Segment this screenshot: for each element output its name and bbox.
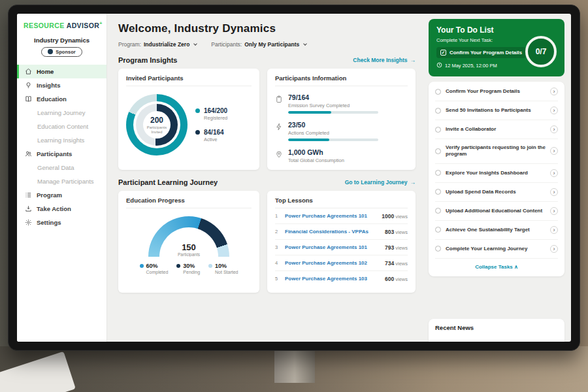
legend-value: 10%: [215, 263, 238, 269]
lesson-row[interactable]: 1 Power Purchase Agreements 101 1000 vie…: [275, 208, 408, 224]
sponsor-icon: [48, 49, 53, 54]
sidebar-item-take-action[interactable]: Take Action: [17, 202, 106, 216]
task-item[interactable]: Explore Your Insights Dashboard ›: [435, 164, 558, 183]
legend-value: 60%: [146, 263, 169, 269]
lesson-row[interactable]: 3 Power Purchase Agreements 101 793 view…: [275, 240, 408, 255]
bulb-icon: [25, 82, 32, 89]
screen: RESOURCE ADVISOR+ Industry Dynamics Spon…: [17, 14, 571, 342]
sidebar-item-label: Manage Participants: [37, 178, 94, 185]
sidebar-item-manage-participants[interactable]: Manage Participants: [17, 174, 106, 188]
task-label: Achieve One Sustainability Target: [446, 227, 546, 233]
chevron-right-icon[interactable]: ›: [550, 147, 558, 155]
lesson-rank: 4: [275, 260, 280, 266]
sidebar-item-label: Participants: [37, 150, 72, 157]
sidebar-item-learning-insights[interactable]: Learning Insights: [17, 133, 106, 147]
chevron-right-icon[interactable]: ›: [550, 207, 558, 215]
chevron-right-icon[interactable]: ›: [550, 169, 558, 177]
invited-participants-donut-chart: 200 Participants Invited: [126, 94, 188, 155]
lesson-row[interactable]: 2 Financial Considerations - VPPAs 803 v…: [275, 224, 408, 240]
arrow-right-icon: →: [410, 57, 416, 63]
card-title: Participants Information: [275, 74, 408, 86]
task-checkbox-icon[interactable]: [435, 246, 441, 252]
task-checkbox-icon[interactable]: [435, 148, 441, 154]
todo-header-card: Your To Do List Complete Your Next Task:…: [429, 19, 564, 76]
chevron-down-icon: [303, 42, 307, 46]
chevron-right-icon[interactable]: ›: [550, 188, 558, 196]
progress-bar: [288, 139, 378, 141]
legend-item-completed: 60% Completed: [140, 263, 169, 274]
sidebar-item-program[interactable]: Program: [17, 188, 106, 202]
legend-label: Pending: [183, 270, 200, 274]
legend-value: 84/164: [204, 129, 224, 136]
task-label: Confirm Your Program Details: [446, 88, 546, 95]
list-icon: [25, 191, 32, 199]
learning-journey-heading: Participant Learning Journey: [118, 178, 218, 186]
chevron-right-icon[interactable]: ›: [550, 125, 558, 133]
task-item[interactable]: Invite a Collaborator ›: [435, 120, 558, 139]
task-checkbox-icon[interactable]: [435, 208, 441, 214]
task-checkbox-icon[interactable]: [435, 189, 441, 195]
task-item[interactable]: Achieve One Sustainability Target ›: [435, 221, 558, 240]
legend-value: 164/200: [204, 107, 227, 114]
legend-item-not-started: 10% Not Started: [208, 263, 238, 274]
participants-filter-dropdown[interactable]: Participants: Only My Participants: [211, 41, 306, 48]
sidebar-item-education[interactable]: Education: [17, 92, 106, 106]
task-item[interactable]: Complete Your Learning Journey ›: [435, 240, 558, 259]
chevron-right-icon[interactable]: ›: [550, 88, 558, 95]
task-item[interactable]: Upload Spend Data Records ›: [435, 183, 558, 202]
sidebar-item-learning-journey[interactable]: Learning Journey: [17, 106, 106, 120]
task-checkbox-icon[interactable]: [435, 89, 441, 95]
sidebar-item-general-data[interactable]: General Data: [17, 161, 106, 174]
page-title: Welcome, Industry Dynamics: [118, 22, 416, 35]
lesson-rank: 3: [275, 244, 280, 250]
lesson-title-link[interactable]: Power Purchase Agreements 101: [285, 244, 380, 250]
monitor-stand: [274, 349, 315, 383]
sidebar-item-education-content[interactable]: Education Content: [17, 120, 106, 133]
chevron-right-icon[interactable]: ›: [550, 226, 558, 234]
go-to-learning-journey-link[interactable]: Go to Learning Journey →: [345, 179, 416, 186]
todo-title: Your To Do List: [436, 25, 557, 35]
task-checkbox-icon[interactable]: [435, 170, 441, 176]
stat-label: Emission Survey Completed: [288, 103, 378, 108]
sponsor-badge-label: Sponsor: [56, 49, 75, 55]
clock-icon: [436, 62, 442, 69]
task-checkbox-icon[interactable]: [435, 227, 441, 233]
sidebar-item-settings[interactable]: Settings: [17, 216, 106, 229]
chevron-up-icon: ∧: [514, 264, 518, 270]
top-lessons-card: Top Lessons 1 Power Purchase Agreements …: [267, 191, 416, 293]
lesson-row[interactable]: 5 Power Purchase Agreements 103 600 view…: [275, 271, 408, 286]
people-icon: [25, 150, 32, 157]
sidebar-item-label: Settings: [37, 219, 61, 226]
lesson-row[interactable]: 4 Power Purchase Agreements 102 734 view…: [275, 255, 408, 271]
sidebar-item-label: Education Content: [37, 123, 88, 130]
task-item[interactable]: Verify participants requesting to join t…: [435, 139, 558, 164]
lesson-views: 803 views: [385, 229, 408, 235]
lesson-title-link[interactable]: Power Purchase Agreements 103: [285, 276, 380, 282]
education-progress-gauge-chart: 150 Participants: [148, 216, 229, 257]
program-filter-dropdown[interactable]: Program: Industrialize Zero: [118, 41, 197, 48]
chevron-right-icon[interactable]: ›: [550, 245, 558, 253]
bolt-icon: [275, 122, 283, 129]
task-checkbox-icon[interactable]: [435, 127, 441, 133]
donut-center-caption: Participants Invited: [144, 125, 170, 135]
task-item[interactable]: Send 50 Invitations to Participants ›: [435, 101, 558, 120]
check-more-insights-link[interactable]: Check More Insights →: [353, 57, 416, 63]
sidebar-item-participants[interactable]: Participants: [17, 147, 106, 161]
lesson-title-link[interactable]: Financial Considerations - VPPAs: [285, 229, 380, 235]
task-item[interactable]: Upload Additional Educational Content ›: [435, 202, 558, 221]
sidebar-item-insights[interactable]: Insights: [17, 78, 106, 92]
gauge-center-caption: Participants: [148, 252, 229, 257]
legend-label: Registered: [204, 115, 227, 121]
collapse-tasks-button[interactable]: Collapse Tasks ∧: [435, 259, 558, 276]
task-item[interactable]: Confirm Your Program Details ›: [435, 82, 558, 101]
org-name: Industry Dynamics: [17, 37, 106, 44]
task-checkbox-icon[interactable]: [435, 108, 441, 114]
link-label: Check More Insights: [353, 57, 407, 63]
lesson-title-link[interactable]: Power Purchase Agreements 102: [285, 260, 380, 266]
stat-value: 1,000 GWh: [288, 148, 344, 156]
lesson-title-link[interactable]: Power Purchase Agreements 101: [285, 213, 377, 219]
next-task-pill[interactable]: ✓ Confirm Your Program Details: [436, 47, 526, 58]
stat-actions-completed: 23/50 Actions Completed: [275, 121, 408, 141]
sidebar-item-home[interactable]: Home: [17, 65, 106, 78]
chevron-right-icon[interactable]: ›: [550, 106, 558, 114]
